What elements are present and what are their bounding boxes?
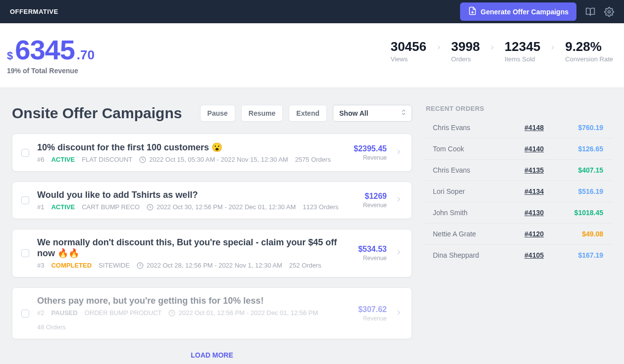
- campaign-orders: 2575 Orders: [295, 156, 331, 163]
- revenue-decimal: .70: [77, 47, 95, 63]
- order-id-link[interactable]: #4120: [524, 230, 544, 238]
- book-icon[interactable]: [585, 7, 595, 17]
- clock-icon: [139, 156, 146, 163]
- stats-bar: $ 6345 .70 19% of Total Revenue 30456 Vi…: [0, 23, 624, 88]
- stat-label: Views: [391, 55, 426, 63]
- filter-select[interactable]: Show All: [333, 105, 412, 122]
- order-id-link[interactable]: #4134: [524, 187, 544, 195]
- svg-point-0: [608, 10, 611, 13]
- gear-icon[interactable]: [604, 7, 614, 17]
- order-id-link[interactable]: #4140: [524, 145, 544, 153]
- campaign-card[interactable]: Others pay more, but you're getting this…: [12, 287, 412, 339]
- chevron-right-icon: [435, 44, 442, 53]
- order-amount: $407.15: [564, 166, 603, 174]
- campaign-list: 10% discount for the first 100 customers…: [12, 134, 412, 339]
- campaign-title: We normally don't discount this, But you…: [37, 237, 350, 259]
- stat-value: 30456: [391, 39, 426, 54]
- campaign-orders: 1123 Orders: [303, 203, 338, 211]
- campaign-revenue-value: $307.62: [358, 305, 387, 314]
- order-id-link[interactable]: #4148: [524, 124, 544, 132]
- campaign-checkbox[interactable]: [21, 310, 29, 318]
- brand-name: OFFERMATIVE: [10, 8, 58, 15]
- order-amount: $49.08: [564, 230, 603, 238]
- generate-offer-button[interactable]: Generate Offer Campaigns: [460, 2, 576, 21]
- campaign-status: ACTIVE: [51, 203, 75, 211]
- campaign-card[interactable]: We normally don't discount this, But you…: [12, 229, 412, 277]
- chevron-right-icon: [549, 44, 556, 53]
- campaign-title: Others pay more, but you're getting this…: [37, 296, 350, 306]
- stat-value: 12345: [505, 39, 540, 54]
- clock-icon: [147, 204, 154, 211]
- order-amount: $126.65: [564, 145, 603, 153]
- campaign-type: ORDER BUMP PRODUCT: [85, 309, 162, 317]
- revenue-amount: $ 6345 .70: [7, 36, 95, 64]
- campaign-dates: 2022 Oct 30, 12:56 PM - 2022 Dec 01, 12:…: [147, 203, 296, 211]
- campaign-checkbox[interactable]: [21, 249, 29, 257]
- revenue-integer: 6345: [15, 36, 75, 64]
- campaign-meta: #2 PAUSED ORDER BUMP PRODUCT 2022 Oct 01…: [37, 309, 350, 331]
- top-bar-right: Generate Offer Campaigns: [460, 2, 614, 21]
- order-row: Lori Soper #4134 $516.19: [424, 181, 612, 202]
- page-header: Onsite Offer Campaigns Pause Resume Exte…: [12, 105, 412, 122]
- campaign-revenue-label: Revenue: [363, 202, 387, 209]
- campaign-revenue-value: $2395.45: [354, 144, 387, 153]
- pause-button[interactable]: Pause: [200, 105, 235, 122]
- stat-label: Items Sold: [505, 55, 540, 63]
- campaign-body: Others pay more, but you're getting this…: [37, 296, 350, 331]
- campaign-type: FLAT DISCOUNT: [82, 156, 132, 163]
- order-id-link[interactable]: #4135: [524, 166, 544, 174]
- order-customer: Tom Cook: [433, 145, 524, 153]
- filter-select-wrap: Show All: [333, 105, 412, 122]
- campaign-type: CART BUMP RECO: [82, 203, 140, 211]
- campaign-number: #2: [37, 309, 44, 317]
- campaign-card[interactable]: Would you like to add Tshirts as well? #…: [12, 182, 412, 219]
- resume-button[interactable]: Resume: [241, 105, 283, 122]
- order-amount: $760.19: [564, 124, 603, 132]
- campaign-number: #6: [37, 156, 44, 163]
- campaign-card[interactable]: 10% discount for the first 100 customers…: [12, 134, 412, 172]
- extend-button[interactable]: Extend: [289, 105, 327, 122]
- top-bar: OFFERMATIVE Generate Offer Campaigns: [0, 0, 624, 23]
- generate-icon: [468, 6, 477, 17]
- clock-icon: [168, 310, 175, 317]
- chevron-right-icon[interactable]: [395, 195, 403, 205]
- order-row: Tom Cook #4140 $126.65: [424, 138, 612, 160]
- chevron-right-icon[interactable]: [395, 309, 403, 318]
- stat-item: 30456 Views: [391, 39, 426, 63]
- campaign-revenue: $307.62 Revenue: [358, 305, 387, 322]
- campaign-meta: #6 ACTIVE FLAT DISCOUNT 2022 Oct 15, 05:…: [37, 156, 346, 163]
- campaign-body: Would you like to add Tshirts as well? #…: [37, 190, 355, 211]
- order-amount: $516.19: [564, 187, 603, 195]
- order-id-link[interactable]: #4130: [524, 209, 544, 217]
- order-row: Nettie A Grate #4120 $49.08: [424, 224, 612, 245]
- campaign-revenue: $534.53 Revenue: [358, 245, 387, 262]
- order-row: Chris Evans #4148 $760.19: [424, 117, 612, 138]
- main-content: Onsite Offer Campaigns Pause Resume Exte…: [0, 88, 624, 364]
- stat-label: Orders: [451, 55, 480, 63]
- campaign-revenue: $2395.45 Revenue: [354, 144, 387, 161]
- order-amount: $1018.45: [564, 209, 603, 217]
- order-amount: $167.19: [564, 251, 603, 259]
- clock-icon: [137, 262, 144, 269]
- campaign-checkbox[interactable]: [21, 196, 29, 204]
- stat-item: 9.28% Conversion Rate: [565, 39, 613, 63]
- stat-value: 3998: [451, 39, 480, 54]
- campaign-body: 10% discount for the first 100 customers…: [37, 142, 346, 163]
- order-customer: Dina Sheppard: [433, 251, 524, 259]
- campaign-number: #3: [37, 262, 44, 269]
- campaign-revenue-label: Revenue: [358, 255, 387, 262]
- campaign-checkbox[interactable]: [21, 149, 29, 157]
- campaign-status: COMPLETED: [51, 262, 92, 269]
- order-id-link[interactable]: #4105: [524, 251, 544, 259]
- campaign-number: #1: [37, 203, 44, 211]
- campaign-title: 10% discount for the first 100 customers…: [37, 142, 346, 153]
- chevron-right-icon[interactable]: [395, 148, 403, 158]
- chevron-right-icon[interactable]: [395, 248, 403, 258]
- revenue-subtext: 19% of Total Revenue: [7, 67, 95, 75]
- order-customer: Nettie A Grate: [433, 230, 524, 238]
- load-more-button[interactable]: LOAD MORE: [12, 349, 412, 364]
- stat-item: 12345 Items Sold: [505, 39, 540, 63]
- campaign-meta: #1 ACTIVE CART BUMP RECO 2022 Oct 30, 12…: [37, 203, 355, 211]
- stat-item: 3998 Orders: [451, 39, 480, 63]
- stat-value: 9.28%: [565, 39, 613, 54]
